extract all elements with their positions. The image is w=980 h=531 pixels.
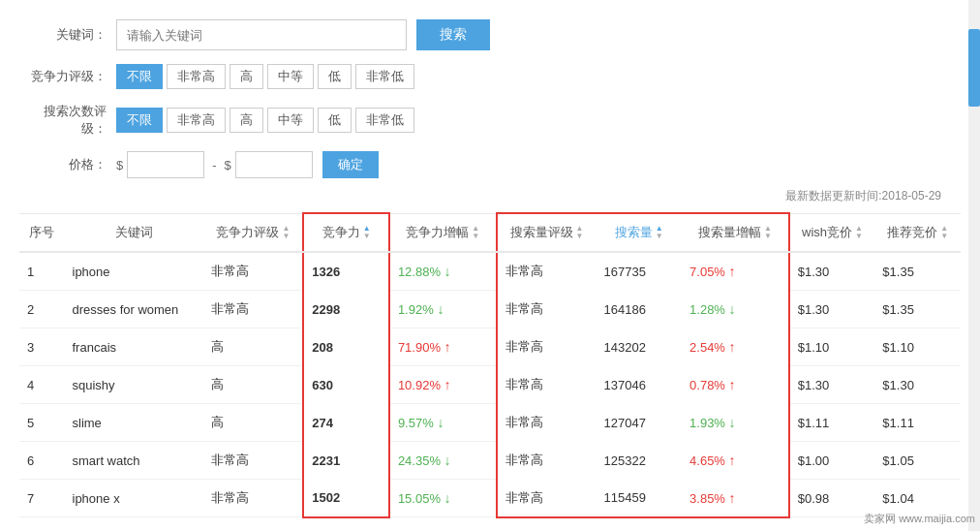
cell-search-change: 1.93% ↓ xyxy=(682,404,789,442)
cell-keyword: smart watch xyxy=(65,442,204,480)
cell-wish-price: $1.10 xyxy=(789,328,875,366)
cell-competition-level: 非常高 xyxy=(203,291,303,328)
cell-wish-price: $1.30 xyxy=(789,252,875,291)
competition-label: 竞争力评级： xyxy=(19,68,107,85)
cell-search-volume: 143202 xyxy=(596,328,682,366)
cell-competition: 2298 xyxy=(303,291,389,328)
cell-competition: 630 xyxy=(303,366,389,404)
cell-keyword: squishy xyxy=(65,366,204,404)
cell-seq: 6 xyxy=(19,442,65,480)
cell-search-level: 非常高 xyxy=(497,291,597,328)
table-row: 5 slime 高 274 9.57% ↓ 非常高 127047 1.93% ↓… xyxy=(19,404,961,442)
cell-search-volume: 125322 xyxy=(596,442,682,480)
cell-suggest-price: $1.35 xyxy=(874,252,961,291)
price-confirm-button[interactable]: 确定 xyxy=(322,151,379,178)
cell-competition-change: 24.35% ↓ xyxy=(389,442,497,480)
search-button[interactable]: 搜索 xyxy=(416,19,490,50)
cell-competition-level: 非常高 xyxy=(203,252,303,291)
cell-competition: 274 xyxy=(303,404,389,442)
cell-seq: 1 xyxy=(19,252,65,291)
keyword-input[interactable] xyxy=(116,19,407,50)
cell-competition-change: 71.90% ↑ xyxy=(389,328,497,366)
cell-search-volume: 115459 xyxy=(596,480,682,517)
competition-filter-group: 不限 非常高 高 中等 低 非常低 xyxy=(116,64,414,89)
table-row: 3 francais 高 208 71.90% ↑ 非常高 143202 2.5… xyxy=(19,328,961,366)
table-row: 7 iphone x 非常高 1502 15.05% ↓ 非常高 115459 … xyxy=(19,480,961,517)
search-count-filter-high[interactable]: 高 xyxy=(230,108,263,133)
search-count-label: 搜索次数评级： xyxy=(19,103,107,138)
cell-competition-level: 高 xyxy=(203,404,303,442)
cell-wish-price: $1.30 xyxy=(789,291,875,328)
search-count-filter-medium[interactable]: 中等 xyxy=(267,108,314,133)
competition-filter-low[interactable]: 低 xyxy=(318,64,352,89)
cell-competition: 2231 xyxy=(303,442,389,480)
search-count-filter-low[interactable]: 低 xyxy=(318,108,352,133)
cell-competition-change: 12.88% ↓ xyxy=(389,252,497,291)
price-dash: - xyxy=(212,158,216,172)
price-min-input[interactable] xyxy=(127,151,204,178)
cell-suggest-price: $1.05 xyxy=(874,442,961,480)
cell-search-level: 非常高 xyxy=(497,480,597,517)
watermark: 卖家网 www.maijia.com xyxy=(864,512,975,526)
cell-suggest-price: $1.11 xyxy=(874,404,961,442)
trend-up-icon: ↑ xyxy=(729,339,736,355)
table-row: 2 dresses for women 非常高 2298 1.92% ↓ 非常高… xyxy=(19,291,961,328)
price-max-input[interactable] xyxy=(235,151,313,178)
trend-down-icon: ↓ xyxy=(437,301,444,317)
trend-down-icon: ↓ xyxy=(444,453,451,468)
competition-filter-unlimited[interactable]: 不限 xyxy=(116,64,163,89)
cell-search-level: 非常高 xyxy=(497,366,597,404)
competition-filter-very-low[interactable]: 非常低 xyxy=(355,64,414,89)
search-count-filter-very-low[interactable]: 非常低 xyxy=(355,108,414,133)
trend-up-icon: ↑ xyxy=(729,453,736,468)
cell-competition-change: 9.57% ↓ xyxy=(389,404,497,442)
cell-suggest-price: $1.30 xyxy=(874,366,961,404)
cell-search-change: 1.28% ↓ xyxy=(682,291,789,328)
th-competition[interactable]: 竞争力 ▲▼ xyxy=(303,213,389,252)
cell-competition-change: 1.92% ↓ xyxy=(389,291,497,328)
th-search-change[interactable]: 搜索量增幅 ▲▼ xyxy=(682,213,789,252)
keyword-table: 序号 关键词 竞争力评级 ▲▼ 竞争力 ▲▼ 竞争力增幅 ▲▼ xyxy=(19,212,961,518)
scrollbar[interactable] xyxy=(968,0,980,531)
th-wish-price[interactable]: wish竞价 ▲▼ xyxy=(789,213,875,252)
cell-search-level: 非常高 xyxy=(497,252,597,291)
price-label: 价格： xyxy=(19,156,107,173)
th-suggest-price[interactable]: 推荐竞价 ▲▼ xyxy=(874,213,961,252)
cell-keyword: slime xyxy=(65,404,204,442)
trend-down-icon: ↓ xyxy=(729,415,736,430)
cell-search-change: 3.85% ↑ xyxy=(682,480,789,517)
trend-down-icon: ↓ xyxy=(444,264,451,279)
cell-competition: 1326 xyxy=(303,252,389,291)
cell-keyword: iphone x xyxy=(65,480,204,517)
cell-wish-price: $1.11 xyxy=(789,404,875,442)
trend-up-icon: ↑ xyxy=(729,264,736,279)
cell-suggest-price: $1.35 xyxy=(874,291,961,328)
th-search-volume[interactable]: 搜索量 ▲▼ xyxy=(596,213,682,252)
th-competition-level[interactable]: 竞争力评级 ▲▼ xyxy=(203,213,303,252)
scrollbar-thumb[interactable] xyxy=(968,29,980,107)
competition-filter-medium[interactable]: 中等 xyxy=(267,64,314,89)
cell-competition-change: 15.05% ↓ xyxy=(389,480,497,517)
search-count-filter-unlimited[interactable]: 不限 xyxy=(116,108,163,133)
cell-wish-price: $1.30 xyxy=(789,366,875,404)
cell-search-volume: 127047 xyxy=(596,404,682,442)
cell-competition-level: 非常高 xyxy=(203,480,303,517)
trend-up-icon: ↑ xyxy=(729,490,736,506)
th-competition-change[interactable]: 竞争力增幅 ▲▼ xyxy=(389,213,497,252)
search-count-filter-group: 不限 非常高 高 中等 低 非常低 xyxy=(116,108,414,133)
cell-search-volume: 164186 xyxy=(596,291,682,328)
competition-filter-high[interactable]: 高 xyxy=(230,64,263,89)
competition-filter-very-high[interactable]: 非常高 xyxy=(167,64,226,89)
trend-down-icon: ↓ xyxy=(437,415,444,430)
price-symbol-right: $ xyxy=(225,158,231,172)
search-count-filter-very-high[interactable]: 非常高 xyxy=(167,108,226,133)
cell-seq: 3 xyxy=(19,328,65,366)
th-keyword: 关键词 xyxy=(65,213,204,252)
trend-up-icon: ↑ xyxy=(729,377,736,392)
price-symbol-left: $ xyxy=(116,158,123,172)
th-search-level[interactable]: 搜索量评级 ▲▼ xyxy=(497,213,597,252)
cell-suggest-price: $1.10 xyxy=(874,328,961,366)
cell-wish-price: $0.98 xyxy=(789,480,875,517)
cell-search-volume: 167735 xyxy=(596,252,682,291)
cell-keyword: dresses for women xyxy=(65,291,204,328)
